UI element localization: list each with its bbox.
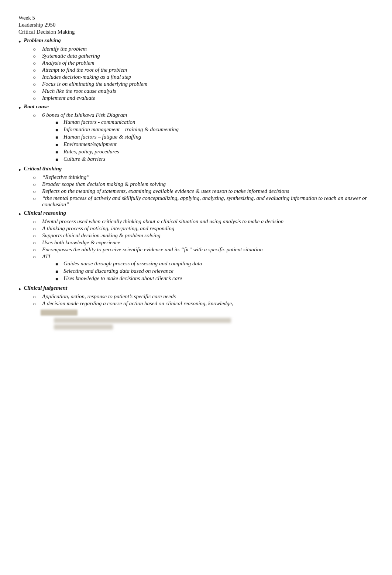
list-item: oMental process used when critically thi… bbox=[33, 218, 374, 225]
sub-marker: o bbox=[33, 88, 39, 94]
sub-item-text: Encompasses the ability to perceive scie… bbox=[42, 246, 374, 253]
sub-item-text: Much like the root cause analysis bbox=[42, 88, 374, 94]
sub-marker: o bbox=[33, 226, 39, 232]
sub-marker: o bbox=[33, 174, 39, 180]
sub-item-text: Focus is on eliminating the underlying p… bbox=[42, 81, 374, 87]
sub-marker: o bbox=[33, 219, 39, 225]
sub-sub-marker: ■ bbox=[55, 127, 61, 133]
list-item: oA thinking process of noticing, interpr… bbox=[33, 225, 374, 232]
list-item: o“the mental process of actively and ski… bbox=[33, 195, 374, 208]
sub-marker: o bbox=[33, 294, 39, 300]
sub-marker: o bbox=[33, 112, 39, 118]
bullet-icon: • bbox=[18, 286, 21, 293]
redacted-content bbox=[41, 310, 374, 330]
list-item: oIdentify the problem bbox=[33, 46, 374, 52]
list-item: ■Selecting and discarding data based on … bbox=[55, 268, 374, 275]
section-label: Clinical reasoning bbox=[24, 210, 66, 216]
bullet-icon: • bbox=[18, 38, 21, 45]
sub-marker: o bbox=[33, 60, 39, 66]
sub-item-text: Mental process used when critically thin… bbox=[42, 218, 374, 225]
sub-sub-marker: ■ bbox=[55, 135, 61, 140]
list-item: oA decision made regarding a course of a… bbox=[33, 300, 374, 307]
sub-marker: o bbox=[33, 301, 39, 307]
sub-marker: o bbox=[33, 233, 39, 239]
sub-marker: o bbox=[33, 74, 39, 80]
bullet-icon: • bbox=[18, 105, 21, 111]
sub-sub-marker: ■ bbox=[55, 142, 61, 148]
list-item: o ATI ■Guides nurse through process of a… bbox=[33, 254, 374, 283]
course-label: Leadership 2950 bbox=[18, 22, 374, 28]
list-item: oFocus is on eliminating the underlying … bbox=[33, 81, 374, 87]
sub-item-text: “the mental process of actively and skil… bbox=[42, 195, 374, 208]
list-item: ■Human factors - communication bbox=[55, 119, 374, 126]
sub-item-text: Implement and evaluate bbox=[42, 95, 374, 101]
sub-marker: o bbox=[33, 181, 39, 187]
sub-item-text: Uses both knowledge & experience bbox=[42, 239, 374, 246]
sub-item-text: Supports clinical decision-making & prob… bbox=[42, 232, 374, 239]
main-outline: • Problem solving oIdentify the problem … bbox=[18, 37, 374, 330]
list-item: ■Environment/equipment bbox=[55, 141, 374, 148]
list-item: oSystematic data gathering bbox=[33, 53, 374, 59]
sub-item-text: ATI ■Guides nurse through process of ass… bbox=[42, 254, 374, 283]
list-item: oMuch like the root cause analysis bbox=[33, 88, 374, 94]
section-critical-thinking: • Critical thinking o“Reflective thinkin… bbox=[18, 166, 374, 208]
sub-marker: o bbox=[33, 53, 39, 59]
list-item: o 6 bones of the Ishikawa Fish Diagram ■… bbox=[33, 112, 374, 163]
section-problem-solving: • Problem solving oIdentify the problem … bbox=[18, 37, 374, 101]
sub-sub-marker: ■ bbox=[55, 269, 61, 275]
list-item: oIncludes decision-making as a final ste… bbox=[33, 74, 374, 80]
sub-marker: o bbox=[33, 195, 39, 201]
sub-item-text: Attempt to find the root of the problem bbox=[42, 67, 374, 73]
list-item: oUses both knowledge & experience bbox=[33, 239, 374, 246]
list-item: ■Information management – training & doc… bbox=[55, 126, 374, 133]
ishikawa-sub-list: ■Human factors - communication ■Informat… bbox=[55, 119, 374, 163]
header: Week 5 Leadership 2950 Critical Decision… bbox=[18, 15, 374, 35]
list-item: oImplement and evaluate bbox=[33, 95, 374, 101]
sub-sub-marker: ■ bbox=[55, 150, 61, 155]
sub-marker: o bbox=[33, 67, 39, 73]
bullet-icon: • bbox=[18, 211, 21, 218]
list-item: oBroader scope than decision making & pr… bbox=[33, 181, 374, 187]
list-item: oApplication, action, response to patien… bbox=[33, 293, 374, 300]
sub-marker: o bbox=[33, 188, 39, 194]
list-item: oSupports clinical decision-making & pro… bbox=[33, 232, 374, 239]
sub-item-text: “Reflective thinking” bbox=[42, 174, 374, 180]
sub-sub-marker: ■ bbox=[55, 120, 61, 126]
sub-item-text: Systematic data gathering bbox=[42, 53, 374, 59]
list-item: oAttempt to find the root of the problem bbox=[33, 67, 374, 73]
section-label: Problem solving bbox=[24, 37, 61, 44]
bullet-icon: • bbox=[18, 167, 21, 173]
sub-item-text: 6 bones of the Ishikawa Fish Diagram ■Hu… bbox=[42, 112, 374, 163]
list-item: oEncompasses the ability to perceive sci… bbox=[33, 246, 374, 253]
list-item: ■Guides nurse through process of assessi… bbox=[55, 261, 374, 267]
clinical-judgement-sub-list: oApplication, action, response to patien… bbox=[33, 293, 374, 307]
sub-item-text: Identify the problem bbox=[42, 46, 374, 52]
clinical-reasoning-sub-list: oMental process used when critically thi… bbox=[33, 218, 374, 283]
list-item: ■Uses knowledge to make decisions about … bbox=[55, 275, 374, 282]
section-label: Clinical judgement bbox=[24, 285, 67, 291]
sub-sub-marker: ■ bbox=[55, 262, 61, 267]
sub-marker: o bbox=[33, 254, 39, 260]
sub-item-text: A decision made regarding a course of ac… bbox=[42, 300, 374, 307]
list-item: ■Rules, policy, procedures bbox=[55, 149, 374, 155]
sub-marker: o bbox=[33, 95, 39, 101]
root-cause-sub-list: o 6 bones of the Ishikawa Fish Diagram ■… bbox=[33, 112, 374, 163]
sub-marker: o bbox=[33, 81, 39, 87]
critical-thinking-sub-list: o“Reflective thinking” oBroader scope th… bbox=[33, 174, 374, 208]
list-item: ■Human factors – fatigue & staffing bbox=[55, 134, 374, 140]
section-clinical-reasoning: • Clinical reasoning oMental process use… bbox=[18, 210, 374, 283]
sub-item-text: Application, action, response to patient… bbox=[42, 293, 374, 300]
week-label: Week 5 bbox=[18, 15, 374, 21]
section-root-cause: • Root cause o 6 bones of the Ishikawa F… bbox=[18, 103, 374, 163]
list-item: ■Culture & barriers bbox=[55, 156, 374, 163]
list-item: oReflects on the meaning of statements, … bbox=[33, 188, 374, 194]
section-label: Root cause bbox=[24, 103, 49, 110]
sub-item-text: Analysis of the problem bbox=[42, 60, 374, 66]
sub-sub-marker: ■ bbox=[55, 157, 61, 163]
ati-sub-list: ■Guides nurse through process of assessi… bbox=[55, 261, 374, 282]
sub-marker: o bbox=[33, 247, 39, 253]
section-label: Critical thinking bbox=[24, 166, 62, 172]
sub-marker: o bbox=[33, 46, 39, 52]
list-item: o“Reflective thinking” bbox=[33, 174, 374, 180]
list-item: oAnalysis of the problem bbox=[33, 60, 374, 66]
